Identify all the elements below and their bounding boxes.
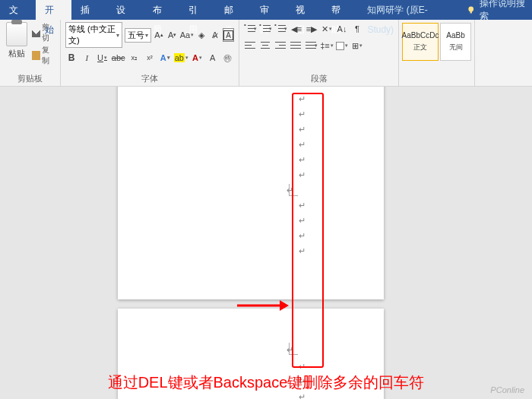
font-size-value: 五号	[128, 30, 144, 41]
chevron-down-icon: ▾	[145, 32, 148, 39]
watermark: PConline	[490, 385, 524, 394]
tab-file[interactable]: 文件	[0, 0, 36, 20]
copy-label: 复制	[42, 45, 55, 66]
decrease-indent-button[interactable]: ◀≡	[290, 22, 303, 36]
change-case-button[interactable]: Aa▾	[180, 28, 194, 42]
numbering-button[interactable]: ▾	[259, 22, 273, 36]
align-right-button[interactable]	[274, 39, 288, 52]
numbering-icon	[260, 24, 268, 34]
tab-cnki[interactable]: 知网研学 (原E-Study)	[358, 0, 460, 20]
paragraph-mark	[299, 392, 306, 399]
paragraph-group-label: 段落	[244, 71, 394, 84]
tab-home[interactable]: 开始	[36, 0, 71, 20]
highlight-button[interactable]: ab▾	[174, 51, 188, 65]
grow-font-button[interactable]: A▴	[154, 28, 165, 42]
annotation-highlight-box	[292, 93, 324, 368]
multilevel-icon	[275, 24, 283, 34]
bullets-button[interactable]: ▾	[244, 22, 258, 36]
cut-button[interactable]: 剪切	[32, 22, 56, 43]
chevron-down-icon: ▾	[116, 32, 119, 39]
paste-button[interactable]: 粘贴	[5, 22, 29, 66]
bulb-icon	[466, 5, 476, 15]
align-center-icon	[260, 40, 272, 51]
font-name-combo[interactable]: 等线 (中文正文)▾	[65, 22, 122, 48]
tab-insert[interactable]: 插入	[71, 0, 107, 20]
style-name: 无间	[449, 43, 463, 52]
character-border-button[interactable]: A	[223, 28, 234, 42]
multilevel-list-button[interactable]: ▾	[274, 22, 288, 36]
italic-button[interactable]: I	[81, 51, 93, 65]
align-right-icon	[275, 40, 287, 51]
strikethrough-button[interactable]: abc	[112, 51, 125, 65]
style-normal[interactable]: AaBbCcDc 正文	[402, 23, 439, 61]
align-center-button[interactable]	[259, 39, 273, 52]
font-name-value: 等线 (中文正文)	[68, 24, 116, 46]
tab-layout[interactable]: 布局	[144, 0, 179, 20]
group-paragraph: ▾ ▾ ▾ ◀≡ ≡▶ ✕▾ A↓ ¶ ▾ ‡≡▾ ▾ ⊞▾ 段落	[239, 20, 399, 86]
document-area	[0, 87, 532, 399]
sort-button[interactable]: A↓	[335, 22, 349, 36]
line-spacing-button[interactable]: ‡≡▾	[320, 39, 334, 52]
scissors-icon	[32, 28, 40, 37]
style-no-spacing[interactable]: AaBb 无间	[440, 23, 471, 61]
align-left-button[interactable]	[244, 39, 258, 52]
search-placeholder: 操作说明搜索	[480, 0, 532, 23]
svg-rect-1	[470, 11, 472, 14]
shrink-font-button[interactable]: A▾	[166, 28, 178, 42]
group-styles: AaBbCcDc 正文 AaBb 无间	[399, 20, 475, 86]
distributed-icon	[306, 40, 314, 51]
shading-button[interactable]: ▾	[335, 39, 349, 52]
subscript-button[interactable]: x₂	[128, 51, 141, 65]
font-group-label: 字体	[65, 71, 234, 84]
underline-button[interactable]: U▾	[96, 51, 108, 65]
align-left-icon	[245, 40, 257, 51]
paste-label: 粘贴	[8, 48, 25, 59]
annotation-caption: 通过DEL键或者Backspace键删除多余的回车符	[0, 372, 532, 393]
svg-point-0	[469, 7, 474, 12]
font-size-combo[interactable]: 五号▾	[125, 28, 151, 43]
phonetic-guide-button[interactable]: ◈	[196, 28, 207, 42]
character-shading-button[interactable]: A	[207, 51, 219, 65]
clear-formatting-button[interactable]: A̷	[210, 28, 221, 42]
group-clipboard: 粘贴 剪切 复制 剪贴板	[0, 20, 61, 86]
text-effects-button[interactable]: A▾	[159, 51, 171, 65]
show-marks-button[interactable]: ¶	[350, 22, 364, 36]
justify-button[interactable]	[290, 39, 303, 52]
copy-button[interactable]: 复制	[32, 45, 56, 66]
borders-button[interactable]: ⊞▾	[350, 39, 364, 52]
svg-marker-3	[280, 300, 289, 311]
clipboard-group-label: 剪贴板	[5, 71, 55, 84]
style-preview: AaBbCcDc	[402, 31, 439, 40]
superscript-button[interactable]: x²	[144, 51, 156, 65]
annotation-arrow	[236, 298, 289, 316]
tab-design[interactable]: 设计	[107, 0, 143, 20]
font-color-button[interactable]: A▾	[191, 51, 203, 65]
style-name: 正文	[413, 43, 427, 52]
group-font: 等线 (中文正文)▾ 五号▾ A▴ A▾ Aa▾ ◈ A̷ A B I U▾ a…	[61, 20, 239, 86]
justify-icon	[290, 40, 302, 51]
style-preview: AaBb	[446, 31, 464, 40]
tell-me-search[interactable]: 操作说明搜索	[466, 0, 532, 23]
tab-references[interactable]: 引用	[179, 0, 215, 20]
tab-view[interactable]: 视图	[287, 0, 322, 20]
tab-help[interactable]: 帮助	[322, 0, 358, 20]
bullets-icon	[245, 24, 253, 34]
enclose-characters-button[interactable]: ㊕	[222, 51, 234, 65]
menu-tabs: 文件 开始 插入 设计 布局 引用 邮件 审阅 视图 帮助 知网研学 (原E-S…	[0, 0, 532, 20]
asian-layout-button[interactable]: ✕▾	[320, 22, 334, 36]
increase-indent-button[interactable]: ≡▶	[305, 22, 318, 36]
page-1[interactable]	[118, 87, 384, 299]
ribbon: 粘贴 剪切 复制 剪贴板 等线 (中文正文)▾ 五号▾ A▴ A▾ Aa▾ ◈ …	[0, 20, 532, 87]
tab-review[interactable]: 审阅	[251, 0, 287, 20]
bold-button[interactable]: B	[65, 51, 78, 65]
distributed-button[interactable]: ▾	[305, 39, 318, 52]
cut-label: 剪切	[42, 22, 55, 43]
paste-icon	[6, 22, 27, 46]
copy-icon	[32, 51, 40, 60]
tab-mailings[interactable]: 邮件	[215, 0, 251, 20]
